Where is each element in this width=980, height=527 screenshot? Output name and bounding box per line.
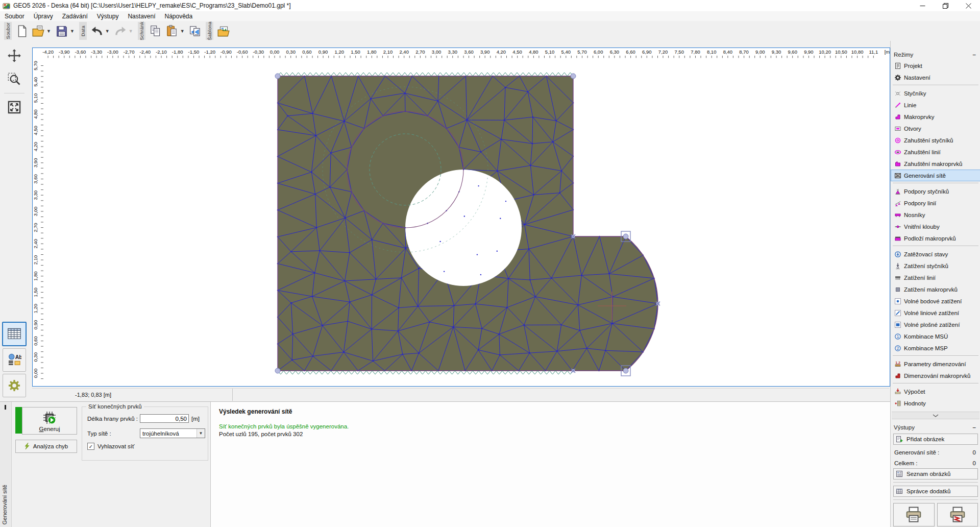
frame-collapse-icon[interactable] [5, 405, 6, 410]
mode-item-kombinace-msp[interactable]: 2Kombinace MSP [891, 342, 980, 354]
svg-text:4,80: 4,80 [33, 109, 38, 119]
mode-item-otvory[interactable]: Otvory [891, 123, 980, 134]
subsoil-icon [894, 235, 901, 242]
mode-item-stycniky[interactable]: Styčníky [891, 87, 980, 99]
pan-icon [7, 49, 21, 63]
maximize-button[interactable] [934, 0, 957, 11]
frame-vertical-tab[interactable]: Generování sítě [0, 402, 12, 527]
minimize-button[interactable] [911, 0, 934, 11]
dropdown-arrow-icon[interactable]: ▼ [179, 29, 186, 34]
dropdown-arrow-icon[interactable]: ▼ [69, 29, 76, 34]
mode-item-linie[interactable]: Linie [891, 99, 980, 111]
edge-length-input[interactable] [140, 414, 189, 423]
mode-item-dimenzovani-makroprvku[interactable]: Dimenzování makroprvků [891, 370, 980, 381]
dropdown-arrow-icon[interactable]: ▼ [45, 29, 52, 34]
menu-item-napoveda[interactable]: Nápověda [160, 12, 197, 21]
menu-item-nastaveni[interactable]: Nastavení [123, 12, 160, 21]
mode-item-hodnoty[interactable]: Hodnoty [891, 397, 980, 409]
toolbar-group-sablona[interactable]: Šablona [206, 22, 213, 40]
menu-item-vystupy[interactable]: Výstupy [92, 12, 124, 21]
template-folder-button[interactable] [216, 22, 231, 40]
mode-item-volne-plosne-zatizeni[interactable]: Volné plošné zatížení [891, 319, 980, 330]
analysis-icon [894, 388, 901, 395]
settings-gear-button[interactable] [3, 374, 26, 397]
mode-item-vypocet[interactable]: Výpočet [891, 386, 980, 397]
toolbar-group-soubor[interactable]: Soubor [4, 22, 12, 40]
error-analysis-button[interactable]: Analýza chyb [15, 440, 77, 453]
mode-item-nosniky[interactable]: Nosníky [891, 209, 980, 221]
open-folder-button[interactable]: ▼ [31, 22, 53, 40]
svg-text:-4,20: -4,20 [42, 49, 54, 55]
print-button[interactable] [893, 503, 935, 526]
mode-item-vnitrni-klouby[interactable]: Vnitřní klouby [891, 221, 980, 232]
fit-view-button[interactable] [3, 97, 26, 118]
mode-item-generovani-site[interactable]: Generování sítě [891, 170, 980, 181]
mesh-table-button[interactable] [2, 322, 27, 346]
combo-uls-icon: 1 [894, 333, 901, 340]
cursor-coordinates: -1,83; 0,83 [m] [32, 392, 111, 398]
mode-item-zahusteni-linii[interactable]: Zahuštění linií [891, 146, 980, 158]
mode-item-zatizeni-makroprvku[interactable]: Zatížení makroprvků [891, 283, 980, 295]
pictures-list-button[interactable]: Seznam obrázků [893, 468, 978, 480]
dropdown-arrow-icon[interactable]: ▼ [104, 29, 111, 34]
save-button[interactable]: ▼ [54, 22, 77, 40]
print-preview-button[interactable] [188, 22, 203, 40]
mode-item-podlozi-makroprvku[interactable]: Podloží makroprvků [891, 232, 980, 244]
toolbar-group-data[interactable]: Data [79, 22, 87, 40]
generate-button[interactable]: Generuj [22, 407, 77, 435]
modes-expander-button[interactable] [892, 412, 979, 419]
result-success-message: Síť konečných prvků byla úspěšně vygener… [219, 423, 882, 429]
new-file-button[interactable] [14, 22, 30, 40]
mode-item-makroprvky[interactable]: Makroprvky [891, 111, 980, 123]
modes-collapse-icon[interactable]: – [973, 52, 977, 58]
canvas-statusbar: -1,83; 0,83 [m] [32, 388, 889, 401]
mode-item-nastaveni[interactable]: Nastavení [891, 71, 980, 83]
outputs-panel-title: Výstupy [894, 424, 915, 430]
print-selection-icon [949, 506, 966, 523]
svg-text:10,50: 10,50 [835, 49, 847, 55]
mode-item-zahusteni-makroprvku[interactable]: Zahuštění makroprvků [891, 158, 980, 170]
combo-arrow-icon[interactable]: ▼ [197, 429, 205, 438]
copy-button[interactable] [148, 22, 163, 40]
addons-manager-button[interactable]: Správce dodatků [893, 486, 978, 497]
menu-item-soubor[interactable]: Soubor [0, 12, 29, 21]
display-settings-button[interactable]: Ab [3, 348, 26, 372]
mode-item-zatizeni-stycniku[interactable]: Zatížení styčníků [891, 260, 980, 272]
add-picture-button[interactable]: Přidat obrázek [893, 434, 978, 445]
mode-item-projekt[interactable]: Projekt [891, 60, 980, 71]
mode-item-zahusteni-stycniku[interactable]: Zahuštění styčníků [891, 134, 980, 146]
close-button[interactable] [957, 0, 980, 11]
menu-item-zadavani[interactable]: Zadávání [58, 12, 92, 21]
pan-button[interactable] [3, 45, 26, 66]
paste-button[interactable]: ▼ [164, 22, 187, 40]
print-selection-button[interactable] [937, 503, 978, 526]
mode-item-parametry-dimenzovani[interactable]: 1,2Parametry dimenzování [891, 358, 980, 370]
undo-button[interactable]: ▼ [89, 22, 112, 40]
mode-item-zatezovaci-stavy[interactable]: Zatěžovací stavy [891, 248, 980, 260]
project-icon [894, 62, 901, 69]
outputs-panel: Přidat obrázekGenerování sítě :0Celkem :… [891, 432, 980, 527]
model-canvas[interactable]: -4,20-3,90-3,60-3,30-3,00-2,70-2,40-2,10… [32, 47, 890, 387]
mode-item-zatizeni-linii[interactable]: Zatížení linií [891, 272, 980, 283]
svg-text:2,10: 2,10 [383, 49, 393, 55]
settings-gear-icon [7, 378, 21, 393]
redo-button[interactable]: ▼ [113, 22, 135, 40]
dropdown-arrow-icon[interactable]: ▼ [128, 29, 134, 34]
mode-item-kombinace-msu[interactable]: 1Kombinace MSÚ [891, 330, 980, 342]
mode-item-podpory-stycniku[interactable]: Podpory styčníků [891, 185, 980, 197]
toolbar-group-schrank[interactable]: Schránk [138, 22, 145, 40]
smooth-mesh-checkbox[interactable]: ✓ [87, 443, 94, 450]
svg-text:0,30: 0,30 [286, 49, 296, 55]
svg-text:2,40: 2,40 [399, 49, 409, 55]
edge-length-unit: [m] [191, 416, 200, 422]
mesh-type-select[interactable]: trojúhelníková ▼ [140, 428, 205, 438]
free-point-load-icon [894, 298, 901, 305]
outputs-collapse-icon[interactable]: – [973, 424, 977, 430]
mode-item-volne-bodove-zatizeni[interactable]: Volné bodové zatížení [891, 295, 980, 307]
menu-item-upravy[interactable]: Úpravy [29, 12, 58, 21]
mesh-drawing[interactable]: -4,20-3,90-3,60-3,30-3,00-2,70-2,40-2,10… [33, 48, 890, 386]
counter-total: Celkem :0 [893, 458, 978, 468]
zoom-window-button[interactable] [3, 68, 26, 90]
mode-item-volne-liniove-zatizeni[interactable]: Volné liniové zatížení [891, 307, 980, 319]
mode-item-podpory-linii[interactable]: Podpory linií [891, 197, 980, 209]
